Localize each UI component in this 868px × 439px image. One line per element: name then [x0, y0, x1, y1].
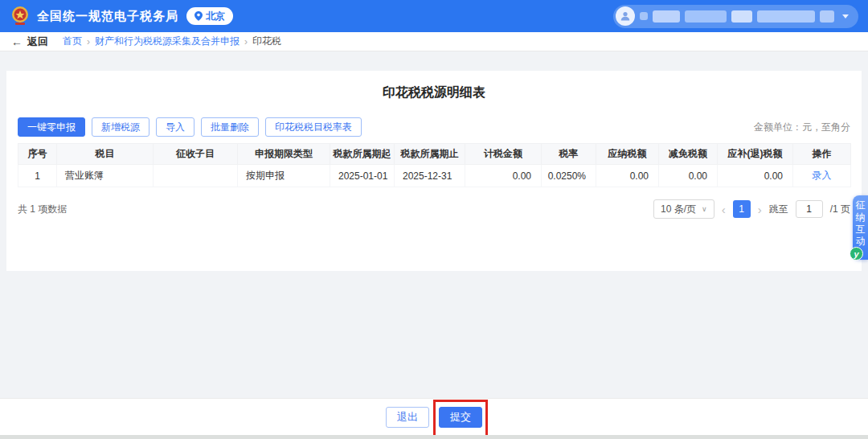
import-button[interactable]: 导入 — [156, 117, 194, 137]
cell-tax-rate: 0.0250% — [542, 165, 596, 187]
cell-seq: 1 — [18, 165, 57, 187]
cell-period-end: 2025-12-31 — [395, 165, 465, 187]
add-tax-source-button[interactable]: 新增税源 — [92, 117, 149, 137]
page-jump-input[interactable] — [796, 200, 823, 218]
interaction-mascot-icon: y — [850, 247, 863, 261]
col-header-tax-due: 应补(退)税额 — [718, 144, 793, 165]
col-header-tax-payable: 应纳税额 — [596, 144, 659, 165]
col-header-period-end: 税款所属期止 — [395, 144, 465, 165]
data-count-summary: 共 1 项数据 — [18, 203, 67, 216]
chevron-down-icon[interactable] — [842, 14, 849, 18]
submit-button[interactable]: 提交 — [439, 407, 482, 428]
col-header-period-start: 税款所属期起 — [330, 144, 395, 165]
cell-tax-payable: 0.00 — [596, 165, 659, 187]
cell-tax-reduction: 0.00 — [659, 165, 718, 187]
table-header-row: 序号 税目 征收子目 申报期限类型 税款所属期起 税款所属期止 计税金额 税率 … — [18, 144, 851, 165]
app-header: 全国统一规范电子税务局 北京 — [0, 0, 868, 32]
cell-taxable-amount: 0.00 — [465, 165, 542, 187]
prev-page-button[interactable]: ‹ — [722, 203, 726, 215]
table-row: 1 营业账簿 按期申报 2025-01-01 2025-12-31 0.00 0… — [18, 165, 851, 187]
pagination: 10 条/页 ∨ ‹ 1 › 跳至 /1 页 — [653, 199, 850, 219]
user-info-redacted — [685, 10, 727, 23]
location-badge-label: 北京 — [206, 10, 225, 23]
user-info-redacted — [653, 10, 680, 23]
next-page-button[interactable]: › — [758, 203, 762, 215]
breadcrumb-separator: › — [244, 36, 248, 47]
cell-sub-item — [154, 165, 238, 187]
breadcrumb: ← 返回 首页 › 财产和行为税税源采集及合并申报 › 印花税 — [0, 32, 868, 51]
user-account-pill[interactable] — [613, 5, 858, 28]
table-footer: 共 1 项数据 10 条/页 ∨ ‹ 1 › 跳至 /1 页 — [18, 199, 850, 219]
location-pin-icon — [194, 11, 203, 21]
page-size-value: 10 条/页 — [661, 203, 696, 216]
cell-period-start: 2025-01-01 — [330, 165, 395, 187]
user-info-redacted — [820, 10, 834, 23]
cell-tax-due: 0.00 — [718, 165, 793, 187]
main-card: 印花税税源明细表 一键零申报 新增税源 导入 批量删除 印花税税目税率表 金额单… — [6, 71, 862, 271]
breadcrumb-item-collection[interactable]: 财产和行为税税源采集及合并申报 — [95, 35, 240, 48]
amount-unit-note: 金额单位：元，至角分 — [754, 121, 850, 134]
widget-char: 纳 — [856, 211, 866, 224]
page-number-button[interactable]: 1 — [733, 200, 751, 218]
user-info-redacted — [731, 10, 752, 23]
breadcrumb-separator: › — [87, 36, 90, 47]
batch-delete-button[interactable]: 批量删除 — [201, 117, 259, 137]
toolbar: 一键零申报 新增税源 导入 批量删除 印花税税目税率表 金额单位：元，至角分 — [18, 117, 850, 137]
breadcrumb-item-current: 印花税 — [252, 35, 281, 48]
user-icon — [620, 10, 631, 22]
col-header-seq: 序号 — [18, 144, 57, 165]
app-title: 全国统一规范电子税务局 — [37, 9, 178, 24]
col-header-period-type: 申报期限类型 — [238, 144, 330, 165]
cell-tax-item: 营业账簿 — [57, 165, 154, 187]
user-info-redacted — [640, 12, 648, 20]
location-badge[interactable]: 北京 — [186, 7, 233, 25]
page-title: 印花税税源明细表 — [18, 71, 850, 101]
tax-interaction-widget[interactable]: 征 纳 互 动 y — [853, 195, 868, 260]
total-pages-label: /1 页 — [830, 203, 850, 216]
breadcrumb-item-home[interactable]: 首页 — [63, 35, 82, 48]
col-header-action: 操作 — [793, 144, 851, 165]
submit-button-wrap: 提交 — [439, 407, 482, 428]
col-header-tax-rate: 税率 — [542, 144, 596, 165]
bottom-strip — [0, 435, 868, 439]
widget-char: 互 — [856, 224, 866, 236]
chevron-down-icon: ∨ — [702, 205, 707, 213]
col-header-sub-item: 征收子目 — [154, 144, 238, 165]
back-arrow-icon[interactable]: ← — [11, 35, 23, 48]
col-header-taxable-amount: 计税金额 — [465, 144, 542, 165]
exit-button[interactable]: 退出 — [386, 407, 429, 428]
back-button[interactable]: 返回 — [27, 35, 48, 49]
row-entry-link[interactable]: 录入 — [813, 170, 832, 181]
col-header-tax-item: 税目 — [57, 144, 154, 165]
col-header-tax-reduction: 减免税额 — [659, 144, 718, 165]
avatar — [616, 6, 635, 26]
widget-char: 动 — [856, 236, 866, 248]
one-click-zero-declaration-button[interactable]: 一键零申报 — [18, 117, 85, 137]
footer-action-bar: 退出 提交 — [0, 398, 868, 435]
cell-period-type: 按期申报 — [238, 165, 330, 187]
user-info-redacted — [757, 10, 815, 23]
page-size-select[interactable]: 10 条/页 ∨ — [653, 199, 714, 219]
tax-source-table: 序号 税目 征收子目 申报期限类型 税款所属期起 税款所属期止 计税金额 税率 … — [18, 143, 851, 187]
tax-bureau-logo-icon — [10, 6, 31, 27]
widget-char: 征 — [856, 199, 866, 211]
stamp-duty-rate-table-button[interactable]: 印花税税目税率表 — [265, 117, 362, 137]
jump-to-label: 跳至 — [769, 203, 788, 216]
